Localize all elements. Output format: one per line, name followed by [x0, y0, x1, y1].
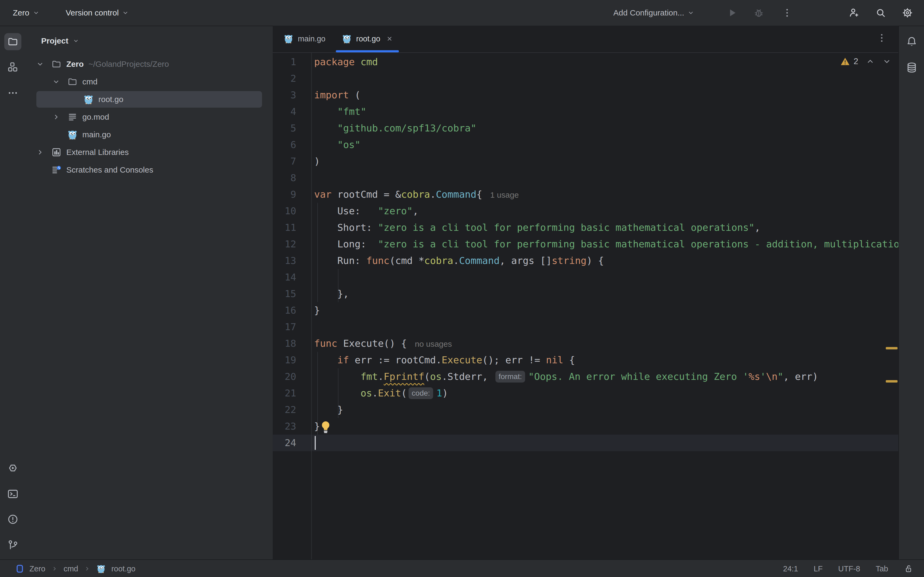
close-icon[interactable]	[386, 35, 393, 42]
settings-gear-icon[interactable]	[901, 7, 913, 19]
problems-icon[interactable]	[4, 511, 21, 528]
code-line-12[interactable]: Long: "zero is a cli tool for performing…	[314, 236, 898, 253]
line-number-24[interactable]: 24	[273, 435, 296, 451]
code-line-19[interactable]: if err := rootCmd.Execute(); err != nil …	[314, 352, 575, 368]
breadcrumb-file[interactable]: root.go	[96, 564, 135, 574]
tab-root.go[interactable]: root.go	[336, 26, 399, 52]
warning-stripe-mark[interactable]	[886, 380, 898, 382]
chevron-down-icon[interactable]	[51, 77, 61, 87]
terminal-icon[interactable]	[4, 485, 21, 503]
code-line-7[interactable]: )	[314, 153, 320, 169]
line-number-10[interactable]: 10	[273, 203, 296, 219]
run-services-icon[interactable]	[4, 459, 21, 477]
file-encoding[interactable]: UTF-8	[838, 564, 860, 573]
tree-item-root-go[interactable]: root.go	[26, 90, 273, 108]
line-number-1[interactable]: 1	[273, 54, 296, 70]
tree-item-main-go[interactable]: main.go	[26, 126, 273, 143]
project-folder-icon[interactable]	[4, 33, 21, 50]
code-line-10[interactable]: Use: "zero",	[314, 203, 418, 219]
line-separator[interactable]: LF	[814, 564, 823, 573]
line-number-21[interactable]: 21	[273, 385, 296, 401]
more-vertical-icon[interactable]	[782, 8, 792, 18]
caret-position[interactable]: 24:1	[783, 564, 798, 573]
project-widget[interactable]: Zero	[9, 4, 43, 21]
code-line-13[interactable]: Run: func(cmd *cobra.Command, args []str…	[314, 253, 604, 269]
line-number-2[interactable]: 2	[273, 70, 296, 87]
inspections-widget[interactable]: 2	[840, 56, 892, 66]
warning-indicator[interactable]: 2	[840, 56, 858, 66]
unlock-icon[interactable]	[904, 564, 913, 574]
line-number-11[interactable]: 11	[273, 219, 296, 236]
code-line-18[interactable]: func Execute() {no usages	[314, 335, 452, 352]
code-line-6[interactable]: "os"	[314, 137, 360, 153]
line-number-19[interactable]: 19	[273, 352, 296, 368]
tab-main.go[interactable]: main.go	[278, 26, 331, 52]
tree-item-external-libraries[interactable]: External Libraries	[26, 143, 273, 161]
line-number-6[interactable]: 6	[273, 137, 296, 153]
line-number-7[interactable]: 7	[273, 153, 296, 169]
indent-style[interactable]: Tab	[876, 564, 888, 573]
add-user-icon[interactable]	[848, 7, 860, 19]
play-icon[interactable]	[726, 7, 738, 19]
code-line-5[interactable]: "github.com/spf13/cobra"	[314, 120, 477, 137]
code-line-4[interactable]: "fmt"	[314, 103, 366, 120]
code-editor[interactable]: 123456789101112131415161718192021222324 …	[273, 53, 898, 559]
database-icon[interactable]	[903, 59, 920, 76]
code-line-11[interactable]: Short: "zero is a cli tool for performin…	[314, 219, 760, 236]
code-line-20[interactable]: fmt.Fprintf(os.Stderr, format:"Oops. An …	[314, 368, 818, 385]
line-number-15[interactable]: 15	[273, 285, 296, 302]
line-number-4[interactable]: 4	[273, 103, 296, 120]
line-number-22[interactable]: 22	[273, 401, 296, 418]
line-number-16[interactable]: 16	[273, 302, 296, 319]
code-line-15[interactable]: },	[314, 285, 349, 302]
code-line-22[interactable]: }	[314, 401, 343, 418]
chevron-down-icon[interactable]	[35, 59, 45, 69]
code-token: import	[314, 89, 349, 100]
project-panel-header[interactable]: Project	[41, 32, 79, 49]
tree-selection	[36, 91, 262, 108]
code-token: %s	[749, 371, 760, 382]
line-number-12[interactable]: 12	[273, 236, 296, 253]
line-number-8[interactable]: 8	[273, 169, 296, 186]
chevron-right-icon[interactable]	[51, 112, 61, 122]
code-line-9[interactable]: var rootCmd = &cobra.Command{1 usage	[314, 186, 519, 203]
prev-issue-icon[interactable]	[866, 57, 875, 66]
tree-item-zero[interactable]: Zero~/GolandProjects/Zero	[26, 55, 273, 73]
code-line-21[interactable]: os.Exit(code:1)	[314, 385, 448, 401]
debug-icon[interactable]	[753, 7, 765, 19]
more-vertical-icon[interactable]	[876, 32, 887, 43]
search-icon[interactable]	[875, 7, 887, 19]
chevron-right-icon[interactable]	[35, 147, 45, 157]
structure-icon[interactable]	[4, 58, 21, 76]
notifications-bell-icon[interactable]	[903, 33, 920, 50]
line-number-20[interactable]: 20	[273, 368, 296, 385]
tree-item-scratches-and-consoles[interactable]: Scratches and Consoles	[26, 161, 273, 179]
tree-item-go-mod[interactable]: go.mod	[26, 108, 273, 126]
git-branch-icon[interactable]	[4, 537, 21, 554]
warning-stripe-mark[interactable]	[886, 347, 898, 350]
line-number-18[interactable]: 18	[273, 335, 296, 352]
line-number-5[interactable]: 5	[273, 120, 296, 137]
code-line-3[interactable]: import (	[314, 87, 360, 103]
vcs-widget[interactable]: Version control	[62, 4, 132, 21]
code-token: cmd	[360, 56, 378, 67]
code-token	[314, 122, 338, 134]
tree-item-label: cmd	[82, 77, 98, 86]
line-number-23[interactable]: 23	[273, 418, 296, 435]
next-issue-icon[interactable]	[882, 57, 892, 66]
breadcrumb-folder[interactable]: cmd	[64, 564, 78, 573]
breadcrumb-project[interactable]: Zero	[16, 564, 45, 573]
line-number-13[interactable]: 13	[273, 253, 296, 269]
line-number-14[interactable]: 14	[273, 269, 296, 285]
more-tool-windows-icon[interactable]	[4, 84, 21, 102]
code-line-1[interactable]: package cmd	[314, 54, 378, 70]
code-token: '	[760, 371, 766, 382]
run-configuration-selector[interactable]: Add Configuration...	[610, 4, 698, 21]
line-number-3[interactable]: 3	[273, 87, 296, 103]
line-number-9[interactable]: 9	[273, 186, 296, 203]
code-token: cobra	[401, 189, 430, 200]
line-number-17[interactable]: 17	[273, 319, 296, 335]
tree-item-cmd[interactable]: cmd	[26, 73, 273, 90]
intention-lightbulb-icon[interactable]	[319, 420, 333, 435]
code-line-16[interactable]: }	[314, 302, 320, 319]
